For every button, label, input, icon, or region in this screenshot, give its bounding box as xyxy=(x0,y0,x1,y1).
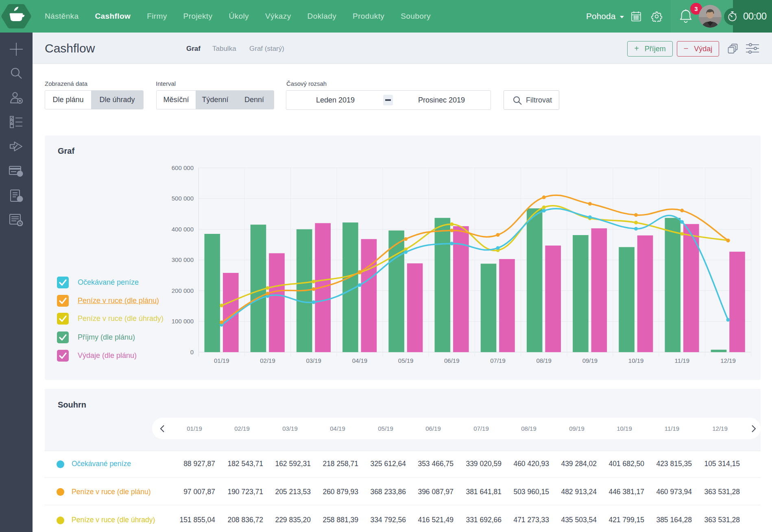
svg-text:10/19: 10/19 xyxy=(628,357,644,364)
svg-text:03/19: 03/19 xyxy=(306,357,321,364)
svg-text:!: ! xyxy=(19,196,21,202)
svg-text:100 000: 100 000 xyxy=(172,318,194,325)
svg-text:11/19: 11/19 xyxy=(675,357,689,364)
svg-text:400 000: 400 000 xyxy=(172,226,194,233)
svg-text:05/19: 05/19 xyxy=(398,357,414,364)
svg-text:08/19: 08/19 xyxy=(536,357,552,364)
svg-text:12/19: 12/19 xyxy=(720,357,736,364)
svg-text:!: ! xyxy=(19,171,21,177)
svg-text:300 000: 300 000 xyxy=(172,256,194,263)
svg-text:500 000: 500 000 xyxy=(172,195,194,202)
svg-text:09/19: 09/19 xyxy=(582,357,598,364)
svg-text:04/19: 04/19 xyxy=(352,357,368,364)
svg-text:01/19: 01/19 xyxy=(214,357,229,364)
svg-text:02/19: 02/19 xyxy=(260,357,275,364)
svg-text:06/19: 06/19 xyxy=(444,357,460,364)
svg-text:200 000: 200 000 xyxy=(172,287,194,294)
svg-text:07/19: 07/19 xyxy=(490,357,506,364)
svg-text:0: 0 xyxy=(190,349,194,355)
svg-text:600 000: 600 000 xyxy=(172,164,194,171)
